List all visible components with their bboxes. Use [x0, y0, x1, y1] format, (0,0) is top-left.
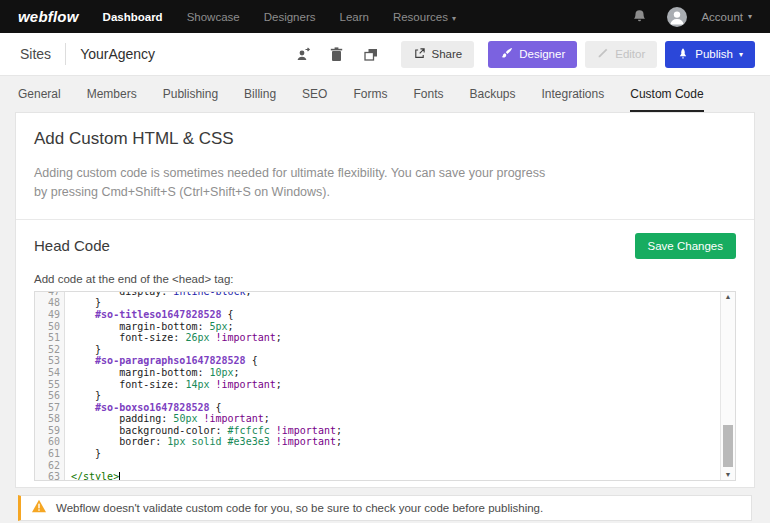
- tab-bar: GeneralMembersPublishingBillingSEOFormsF…: [0, 76, 770, 112]
- description-line-1: Adding custom code is sometimes needed f…: [34, 166, 545, 180]
- notifications-bell-icon[interactable]: [627, 5, 651, 29]
- nav-link-showcase[interactable]: Showcase: [187, 11, 240, 23]
- save-changes-button[interactable]: Save Changes: [635, 233, 736, 259]
- breadcrumb-sites[interactable]: Sites: [15, 46, 65, 62]
- code-line[interactable]: #so-boxso1647828528 {: [71, 402, 720, 414]
- code-line[interactable]: #so-titleso1647828528 {: [71, 309, 720, 321]
- tab-integrations[interactable]: Integrations: [542, 76, 605, 112]
- editor-button[interactable]: Editor: [585, 41, 657, 68]
- tab-backups[interactable]: Backups: [469, 76, 515, 112]
- nav-link-dashboard[interactable]: Dashboard: [103, 11, 163, 23]
- tab-members[interactable]: Members: [87, 76, 137, 112]
- scroll-down-arrow-icon[interactable]: ▼: [721, 470, 735, 480]
- text-cursor: [119, 472, 120, 481]
- validation-warning: Webflow doesn't validate custom code for…: [18, 495, 752, 521]
- chevron-down-icon: ▾: [739, 50, 743, 59]
- pencil-icon: [597, 47, 609, 61]
- code-line[interactable]: [71, 460, 720, 472]
- rocket-icon: [677, 47, 689, 62]
- code-line[interactable]: font-size: 14px !important;: [71, 379, 720, 391]
- line-number: 53: [35, 355, 60, 367]
- site-header: Sites YourAgency Share Designer: [0, 33, 770, 76]
- duplicate-site-icon[interactable]: [359, 42, 383, 66]
- description-line-2: by pressing Cmd+Shift+S (Ctrl+Shift+S on…: [34, 185, 330, 199]
- code-line[interactable]: }: [71, 344, 720, 356]
- user-avatar[interactable]: [667, 7, 687, 27]
- tab-custom-code[interactable]: Custom Code: [630, 76, 703, 112]
- share-button[interactable]: Share: [401, 41, 475, 68]
- line-number: 52: [35, 344, 60, 356]
- tab-forms[interactable]: Forms: [353, 76, 387, 112]
- head-code-title: Head Code: [34, 237, 110, 254]
- transfer-site-icon[interactable]: [291, 42, 315, 66]
- line-number: 47: [35, 291, 60, 298]
- code-line[interactable]: margin-bottom: 10px;: [71, 367, 720, 379]
- tab-fonts[interactable]: Fonts: [413, 76, 443, 112]
- head-code-editor[interactable]: 4748495051525354555657585960616263 displ…: [34, 291, 736, 481]
- editor-code[interactable]: display: inline-block; } #so-titleso1647…: [65, 291, 720, 481]
- chevron-down-icon: ▾: [452, 14, 456, 23]
- publish-label: Publish: [695, 48, 733, 60]
- code-line[interactable]: #so-paragraphso1647828528 {: [71, 355, 720, 367]
- page-title: Add Custom HTML & CSS: [34, 129, 736, 149]
- line-number: 55: [35, 379, 60, 391]
- section-divider: [16, 219, 754, 220]
- line-number: 56: [35, 390, 60, 402]
- line-number: 59: [35, 425, 60, 437]
- top-navbar: webflow DashboardShowcaseDesignersLearnR…: [0, 0, 770, 33]
- line-number: 60: [35, 436, 60, 448]
- paintbrush-icon: [500, 47, 513, 62]
- line-number: 57: [35, 402, 60, 414]
- account-label: Account: [701, 11, 743, 23]
- tab-general[interactable]: General: [18, 76, 61, 112]
- tab-publishing[interactable]: Publishing: [163, 76, 218, 112]
- line-number: 51: [35, 332, 60, 344]
- page-description: Adding custom code is sometimes needed f…: [34, 164, 736, 203]
- delete-site-trash-icon[interactable]: [325, 42, 349, 66]
- tab-seo[interactable]: SEO: [302, 76, 327, 112]
- warning-text: Webflow doesn't validate custom code for…: [56, 502, 543, 514]
- code-line[interactable]: }: [71, 390, 720, 402]
- share-icon: [413, 47, 426, 62]
- designer-label: Designer: [519, 48, 565, 60]
- line-number: 48: [35, 297, 60, 309]
- warning-triangle-icon: [31, 499, 47, 517]
- editor-label: Editor: [615, 48, 645, 60]
- editor-label: Add code at the end of the <head> tag:: [34, 273, 736, 285]
- nav-link-designers[interactable]: Designers: [264, 11, 316, 23]
- publish-button[interactable]: Publish ▾: [665, 41, 755, 68]
- line-number: 50: [35, 321, 60, 333]
- code-line[interactable]: display: inline-block;: [71, 291, 720, 298]
- line-number: 58: [35, 413, 60, 425]
- custom-code-panel: Add Custom HTML & CSS Adding custom code…: [15, 112, 755, 488]
- code-line[interactable]: background-color: #fcfcfc !important;: [71, 425, 720, 437]
- scrollbar-thumb[interactable]: [723, 425, 733, 466]
- nav-links: DashboardShowcaseDesignersLearnResources…: [103, 11, 456, 23]
- editor-scrollbar[interactable]: ▲ ▼: [720, 292, 735, 480]
- line-number: 61: [35, 448, 60, 460]
- code-line[interactable]: }: [71, 297, 720, 309]
- tab-billing[interactable]: Billing: [244, 76, 276, 112]
- code-line[interactable]: padding: 50px !important;: [71, 413, 720, 425]
- code-line[interactable]: font-size: 26px !important;: [71, 332, 720, 344]
- editor-gutter: 4748495051525354555657585960616263: [35, 291, 65, 481]
- designer-button[interactable]: Designer: [488, 41, 577, 68]
- scroll-up-arrow-icon[interactable]: ▲: [721, 292, 735, 302]
- nav-link-learn[interactable]: Learn: [340, 11, 369, 23]
- account-menu[interactable]: Account ▾: [701, 11, 752, 23]
- nav-link-resources[interactable]: Resources▾: [393, 11, 456, 23]
- chevron-down-icon: ▾: [748, 12, 752, 21]
- share-label: Share: [432, 48, 463, 60]
- line-number: 49: [35, 309, 60, 321]
- code-line[interactable]: margin-bottom: 5px;: [71, 321, 720, 333]
- code-line[interactable]: }: [71, 448, 720, 460]
- line-number: 54: [35, 367, 60, 379]
- site-name: YourAgency: [66, 46, 155, 62]
- webflow-logo[interactable]: webflow: [18, 8, 79, 25]
- line-number: 63: [35, 471, 60, 481]
- code-line[interactable]: </style>: [71, 471, 720, 481]
- line-number: 62: [35, 460, 60, 472]
- code-line[interactable]: border: 1px solid #e3e3e3 !important;: [71, 436, 720, 448]
